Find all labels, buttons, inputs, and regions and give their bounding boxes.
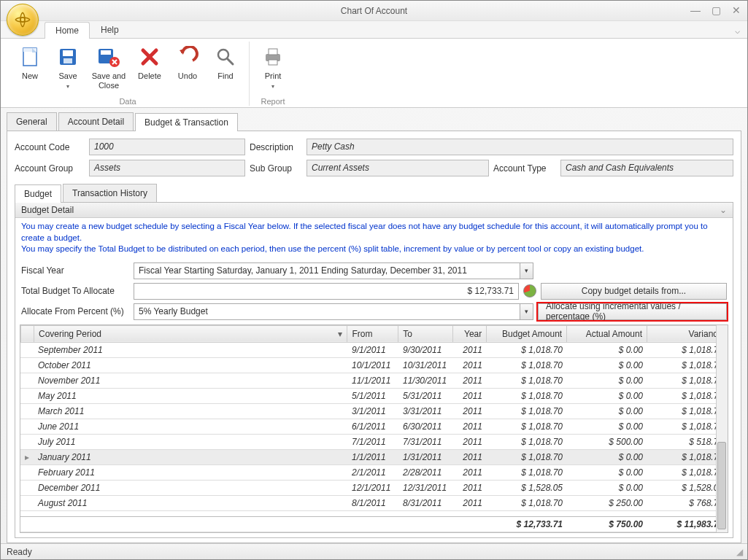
app-window: Chart Of Account — ▢ ✕ Home Help ⌵ New S… (0, 0, 748, 560)
ribbon-group-report: Print▾ Report (250, 42, 296, 106)
close-button[interactable]: ✕ (730, 4, 743, 17)
table-row[interactable]: August 20118/1/20118/31/20112011$ 1,018.… (20, 495, 728, 510)
undo-button[interactable]: Undo (169, 42, 207, 96)
total-actual: $ 750.00 (567, 517, 647, 532)
table-row[interactable]: ▸January 20111/1/20111/31/20112011$ 1,01… (20, 449, 728, 464)
content-area: General Account Detail Budget & Transact… (1, 108, 747, 543)
copy-budget-button[interactable]: Copy budget details from... (541, 283, 727, 300)
delete-icon (138, 45, 161, 69)
tab-budget[interactable]: Budget (15, 184, 61, 203)
chevron-down-icon[interactable]: ▾ (520, 263, 533, 279)
table-row[interactable]: May 20115/1/20115/31/20112011$ 1,018.70$… (20, 388, 728, 403)
ribbon-tab-home[interactable]: Home (45, 22, 90, 39)
table-row[interactable]: July 20117/1/20117/31/20112011$ 1,018.70… (20, 434, 728, 449)
resize-grip-icon[interactable]: ◢ (736, 547, 741, 557)
table-row[interactable]: October 201110/1/201110/31/20112011$ 1,0… (20, 357, 728, 373)
col-variance[interactable]: Variance (647, 325, 728, 342)
chevron-down-icon[interactable]: ▾ (520, 304, 533, 319)
account-code-label: Account Code (15, 142, 85, 152)
print-button[interactable]: Print▾ (254, 42, 292, 96)
col-from[interactable]: From (347, 325, 398, 342)
sub-tabstrip: Budget Transaction History (15, 184, 733, 203)
fiscal-year-label: Fiscal Year (21, 265, 129, 276)
tab-general[interactable]: General (7, 112, 57, 131)
save-close-icon (97, 45, 120, 69)
table-row[interactable]: December 201112/1/201112/31/20112011$ 1,… (20, 480, 728, 495)
grid-header-row: Covering Period ▾ From To Year Budget Am… (21, 325, 728, 342)
chevron-down-icon: ⌄ (720, 205, 727, 215)
minimize-button[interactable]: — (689, 4, 702, 17)
budget-detail-header[interactable]: Budget Detail ⌄ (15, 203, 733, 218)
col-year[interactable]: Year (453, 325, 487, 342)
account-type-field[interactable]: Cash and Cash Equivalents (560, 160, 733, 176)
printer-icon (261, 45, 285, 69)
save-button[interactable]: Save▾ (49, 42, 87, 96)
new-button[interactable]: New (11, 42, 49, 96)
total-budget: $ 12,733.71 (487, 517, 567, 532)
ribbon-collapse-icon[interactable]: ⌵ (735, 26, 740, 36)
budget-grid: Covering Period ▾ From To Year Budget Am… (20, 324, 728, 533)
col-budget-amount[interactable]: Budget Amount (487, 325, 567, 342)
chevron-down-icon: ▾ (66, 83, 69, 90)
maximize-button[interactable]: ▢ (709, 4, 722, 17)
budget-detail-panel: Budget Detail ⌄ You may create a new bud… (15, 203, 733, 538)
svg-rect-5 (63, 58, 72, 63)
table-row[interactable]: March 20113/1/20113/31/20112011$ 1,018.7… (20, 403, 728, 419)
allocate-percent-combo[interactable]: 5% Yearly Budget ▾ (134, 303, 533, 320)
ribbon-group-label-report: Report (261, 97, 285, 106)
undo-icon (176, 45, 199, 69)
fiscal-year-combo[interactable]: Fiscal Year Starting Saturday, January 1… (134, 262, 533, 279)
search-icon (214, 45, 237, 69)
table-row[interactable]: November 201111/1/201111/30/20112011$ 1,… (20, 373, 728, 388)
svg-point-9 (218, 50, 228, 60)
account-code-field[interactable]: 1000 (89, 139, 245, 155)
budget-help-text: You may create a new budget schedule by … (15, 218, 733, 258)
pie-chart-icon[interactable] (523, 284, 536, 298)
account-group-field[interactable]: Assets (89, 160, 245, 176)
sub-group-field[interactable]: Current Assets (306, 160, 489, 176)
col-to[interactable]: To (398, 325, 453, 342)
ribbon-tab-help[interactable]: Help (90, 21, 130, 38)
save-icon (56, 45, 80, 69)
sub-group-label: Sub Group (250, 163, 302, 174)
col-actual-amount[interactable]: Actual Amount (567, 325, 647, 342)
description-label: Description (250, 142, 302, 152)
total-budget-label: Total Budget To Allocate (21, 286, 129, 296)
svg-point-0 (20, 18, 25, 22)
statusbar: Ready ◢ (1, 543, 747, 559)
description-field[interactable]: Petty Cash (306, 139, 733, 155)
tab-budget-transaction[interactable]: Budget & Transaction (135, 113, 238, 131)
svg-rect-12 (269, 60, 277, 65)
table-row[interactable]: June 20116/1/20116/30/20112011$ 1,018.70… (20, 419, 728, 434)
grid-totals-row: $ 12,733.71 $ 750.00 $ 11,983.71 (20, 517, 728, 532)
ribbon-tabs: Home Help (1, 21, 747, 39)
titlebar: Chart Of Account — ▢ ✕ (1, 1, 747, 21)
svg-rect-4 (63, 50, 73, 56)
ribbon-group-data: New Save▾ Save and Close Delete Undo (7, 42, 250, 106)
app-orb-button[interactable] (7, 4, 39, 36)
chevron-down-icon: ▾ (271, 83, 274, 90)
tab-account-detail[interactable]: Account Detail (58, 112, 134, 131)
table-row[interactable]: September 20119/1/20119/30/20112011$ 1,0… (20, 343, 728, 358)
save-close-button[interactable]: Save and Close (87, 42, 131, 96)
ribbon: New Save▾ Save and Close Delete Undo (1, 39, 747, 108)
delete-button[interactable]: Delete (131, 42, 169, 96)
total-budget-input[interactable]: $ 12,733.71 (134, 283, 519, 300)
window-title: Chart Of Account (341, 6, 407, 16)
table-row[interactable]: February 20112/1/20112/28/20112011$ 1,01… (20, 464, 728, 480)
status-text: Ready (7, 547, 32, 557)
account-type-label: Account Type (493, 163, 556, 174)
allocate-incremental-button[interactable]: Allocate using incremental values / perc… (538, 303, 727, 320)
tab-transaction-history[interactable]: Transaction History (63, 184, 157, 202)
main-tabstrip: General Account Detail Budget & Transact… (7, 112, 741, 131)
vertical-scrollbar[interactable] (716, 325, 728, 532)
budget-transaction-panel: Account Code 1000 Description Petty Cash… (7, 131, 741, 543)
svg-rect-7 (101, 50, 111, 55)
account-group-label: Account Group (15, 163, 85, 174)
ribbon-group-label-data: Data (119, 97, 136, 106)
svg-rect-11 (269, 49, 277, 55)
allocate-percent-label: Allocate From Percent (%) (21, 306, 129, 316)
find-button[interactable]: Find (207, 42, 244, 96)
col-covering-period[interactable]: Covering Period ▾ (34, 325, 347, 342)
new-document-icon (18, 45, 42, 69)
